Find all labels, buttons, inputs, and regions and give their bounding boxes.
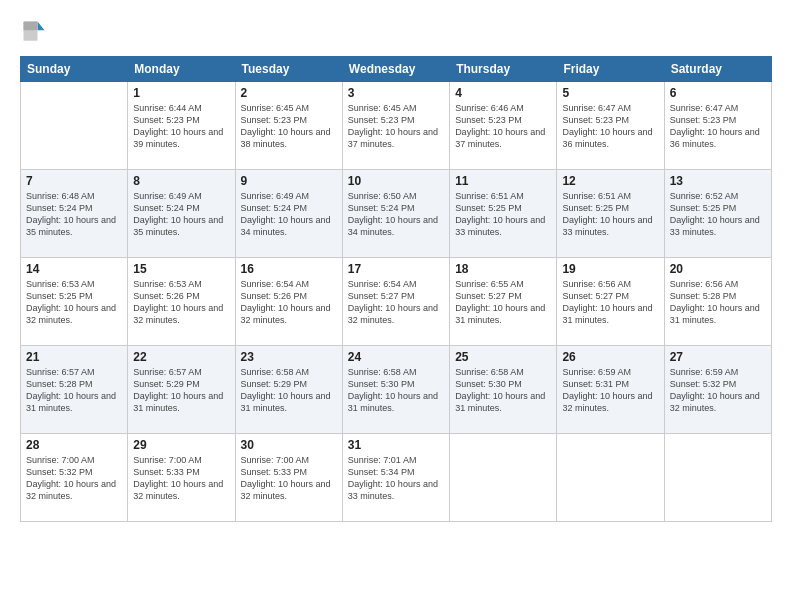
day-info: Sunrise: 6:59 AM Sunset: 5:31 PM Dayligh…: [562, 366, 658, 415]
calendar-cell: 14Sunrise: 6:53 AM Sunset: 5:25 PM Dayli…: [21, 258, 128, 346]
calendar-weekday: Thursday: [450, 57, 557, 82]
day-number: 22: [133, 350, 229, 364]
calendar-cell: 29Sunrise: 7:00 AM Sunset: 5:33 PM Dayli…: [128, 434, 235, 522]
calendar-cell: 11Sunrise: 6:51 AM Sunset: 5:25 PM Dayli…: [450, 170, 557, 258]
calendar-weekday: Saturday: [664, 57, 771, 82]
day-number: 4: [455, 86, 551, 100]
calendar-cell: [450, 434, 557, 522]
calendar-cell: 9Sunrise: 6:49 AM Sunset: 5:24 PM Daylig…: [235, 170, 342, 258]
day-info: Sunrise: 6:47 AM Sunset: 5:23 PM Dayligh…: [562, 102, 658, 151]
calendar-cell: [21, 82, 128, 170]
calendar-week-row: 7Sunrise: 6:48 AM Sunset: 5:24 PM Daylig…: [21, 170, 772, 258]
day-number: 7: [26, 174, 122, 188]
calendar-cell: 15Sunrise: 6:53 AM Sunset: 5:26 PM Dayli…: [128, 258, 235, 346]
calendar-cell: 23Sunrise: 6:58 AM Sunset: 5:29 PM Dayli…: [235, 346, 342, 434]
calendar-cell: 30Sunrise: 7:00 AM Sunset: 5:33 PM Dayli…: [235, 434, 342, 522]
day-info: Sunrise: 6:46 AM Sunset: 5:23 PM Dayligh…: [455, 102, 551, 151]
calendar-cell: 28Sunrise: 7:00 AM Sunset: 5:32 PM Dayli…: [21, 434, 128, 522]
calendar-cell: 1Sunrise: 6:44 AM Sunset: 5:23 PM Daylig…: [128, 82, 235, 170]
day-number: 18: [455, 262, 551, 276]
svg-marker-0: [38, 22, 45, 31]
calendar-cell: 17Sunrise: 6:54 AM Sunset: 5:27 PM Dayli…: [342, 258, 449, 346]
calendar-weekday: Wednesday: [342, 57, 449, 82]
day-number: 6: [670, 86, 766, 100]
calendar-week-row: 14Sunrise: 6:53 AM Sunset: 5:25 PM Dayli…: [21, 258, 772, 346]
day-number: 17: [348, 262, 444, 276]
calendar-weekday: Monday: [128, 57, 235, 82]
day-number: 9: [241, 174, 337, 188]
calendar-cell: 3Sunrise: 6:45 AM Sunset: 5:23 PM Daylig…: [342, 82, 449, 170]
svg-rect-2: [24, 22, 38, 31]
calendar-cell: 13Sunrise: 6:52 AM Sunset: 5:25 PM Dayli…: [664, 170, 771, 258]
day-number: 24: [348, 350, 444, 364]
day-info: Sunrise: 6:56 AM Sunset: 5:27 PM Dayligh…: [562, 278, 658, 327]
calendar-cell: 27Sunrise: 6:59 AM Sunset: 5:32 PM Dayli…: [664, 346, 771, 434]
calendar-cell: 22Sunrise: 6:57 AM Sunset: 5:29 PM Dayli…: [128, 346, 235, 434]
calendar-week-row: 28Sunrise: 7:00 AM Sunset: 5:32 PM Dayli…: [21, 434, 772, 522]
day-info: Sunrise: 6:58 AM Sunset: 5:30 PM Dayligh…: [348, 366, 444, 415]
logo: [20, 18, 52, 46]
calendar-cell: 8Sunrise: 6:49 AM Sunset: 5:24 PM Daylig…: [128, 170, 235, 258]
day-info: Sunrise: 6:45 AM Sunset: 5:23 PM Dayligh…: [241, 102, 337, 151]
day-info: Sunrise: 6:53 AM Sunset: 5:25 PM Dayligh…: [26, 278, 122, 327]
day-number: 23: [241, 350, 337, 364]
day-number: 19: [562, 262, 658, 276]
day-info: Sunrise: 6:45 AM Sunset: 5:23 PM Dayligh…: [348, 102, 444, 151]
calendar-cell: 19Sunrise: 6:56 AM Sunset: 5:27 PM Dayli…: [557, 258, 664, 346]
day-number: 26: [562, 350, 658, 364]
header: [20, 18, 772, 46]
calendar-header-row: SundayMondayTuesdayWednesdayThursdayFrid…: [21, 57, 772, 82]
calendar-cell: 12Sunrise: 6:51 AM Sunset: 5:25 PM Dayli…: [557, 170, 664, 258]
calendar-cell: 2Sunrise: 6:45 AM Sunset: 5:23 PM Daylig…: [235, 82, 342, 170]
day-number: 14: [26, 262, 122, 276]
day-number: 27: [670, 350, 766, 364]
calendar-cell: [664, 434, 771, 522]
calendar-cell: 18Sunrise: 6:55 AM Sunset: 5:27 PM Dayli…: [450, 258, 557, 346]
day-info: Sunrise: 6:58 AM Sunset: 5:29 PM Dayligh…: [241, 366, 337, 415]
day-number: 8: [133, 174, 229, 188]
day-info: Sunrise: 6:57 AM Sunset: 5:29 PM Dayligh…: [133, 366, 229, 415]
calendar-cell: 24Sunrise: 6:58 AM Sunset: 5:30 PM Dayli…: [342, 346, 449, 434]
day-info: Sunrise: 6:54 AM Sunset: 5:26 PM Dayligh…: [241, 278, 337, 327]
day-info: Sunrise: 6:56 AM Sunset: 5:28 PM Dayligh…: [670, 278, 766, 327]
calendar-weekday: Tuesday: [235, 57, 342, 82]
day-number: 30: [241, 438, 337, 452]
day-info: Sunrise: 6:49 AM Sunset: 5:24 PM Dayligh…: [241, 190, 337, 239]
day-info: Sunrise: 6:53 AM Sunset: 5:26 PM Dayligh…: [133, 278, 229, 327]
calendar: SundayMondayTuesdayWednesdayThursdayFrid…: [20, 56, 772, 522]
calendar-cell: 26Sunrise: 6:59 AM Sunset: 5:31 PM Dayli…: [557, 346, 664, 434]
day-number: 16: [241, 262, 337, 276]
day-number: 2: [241, 86, 337, 100]
logo-icon: [20, 18, 48, 46]
calendar-cell: 5Sunrise: 6:47 AM Sunset: 5:23 PM Daylig…: [557, 82, 664, 170]
day-info: Sunrise: 7:01 AM Sunset: 5:34 PM Dayligh…: [348, 454, 444, 503]
day-number: 31: [348, 438, 444, 452]
day-info: Sunrise: 7:00 AM Sunset: 5:33 PM Dayligh…: [241, 454, 337, 503]
calendar-cell: 21Sunrise: 6:57 AM Sunset: 5:28 PM Dayli…: [21, 346, 128, 434]
day-info: Sunrise: 6:44 AM Sunset: 5:23 PM Dayligh…: [133, 102, 229, 151]
day-info: Sunrise: 6:55 AM Sunset: 5:27 PM Dayligh…: [455, 278, 551, 327]
day-info: Sunrise: 6:48 AM Sunset: 5:24 PM Dayligh…: [26, 190, 122, 239]
day-number: 11: [455, 174, 551, 188]
day-number: 21: [26, 350, 122, 364]
day-number: 10: [348, 174, 444, 188]
page: SundayMondayTuesdayWednesdayThursdayFrid…: [0, 0, 792, 612]
day-number: 1: [133, 86, 229, 100]
day-info: Sunrise: 6:51 AM Sunset: 5:25 PM Dayligh…: [455, 190, 551, 239]
calendar-weekday: Friday: [557, 57, 664, 82]
day-number: 3: [348, 86, 444, 100]
calendar-cell: 25Sunrise: 6:58 AM Sunset: 5:30 PM Dayli…: [450, 346, 557, 434]
calendar-cell: 31Sunrise: 7:01 AM Sunset: 5:34 PM Dayli…: [342, 434, 449, 522]
calendar-cell: 6Sunrise: 6:47 AM Sunset: 5:23 PM Daylig…: [664, 82, 771, 170]
day-number: 5: [562, 86, 658, 100]
calendar-cell: 16Sunrise: 6:54 AM Sunset: 5:26 PM Dayli…: [235, 258, 342, 346]
day-info: Sunrise: 7:00 AM Sunset: 5:33 PM Dayligh…: [133, 454, 229, 503]
day-number: 12: [562, 174, 658, 188]
day-number: 13: [670, 174, 766, 188]
day-info: Sunrise: 6:50 AM Sunset: 5:24 PM Dayligh…: [348, 190, 444, 239]
day-info: Sunrise: 6:57 AM Sunset: 5:28 PM Dayligh…: [26, 366, 122, 415]
calendar-week-row: 21Sunrise: 6:57 AM Sunset: 5:28 PM Dayli…: [21, 346, 772, 434]
day-number: 20: [670, 262, 766, 276]
day-info: Sunrise: 7:00 AM Sunset: 5:32 PM Dayligh…: [26, 454, 122, 503]
calendar-cell: 4Sunrise: 6:46 AM Sunset: 5:23 PM Daylig…: [450, 82, 557, 170]
